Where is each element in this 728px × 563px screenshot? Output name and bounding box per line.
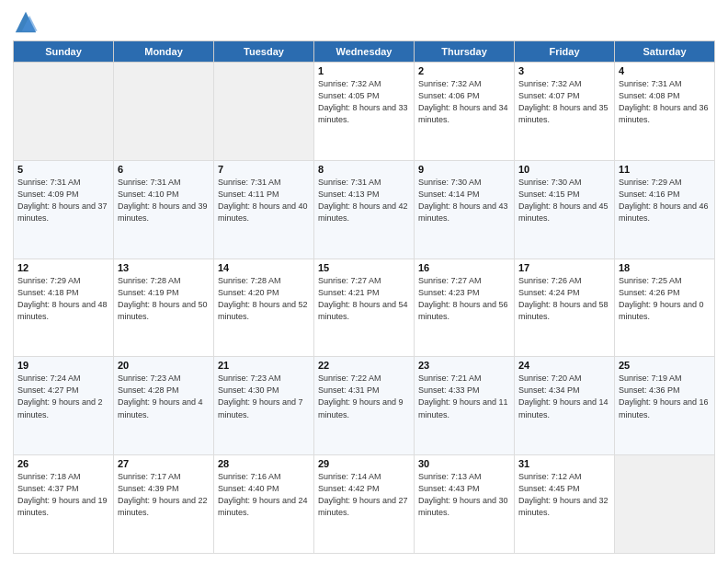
day-info: Sunrise: 7:30 AM Sunset: 4:14 PM Dayligh… [418, 177, 510, 224]
day-number: 24 [518, 360, 610, 371]
day-number: 19 [17, 360, 109, 371]
day-number: 8 [318, 164, 410, 175]
day-info: Sunrise: 7:21 AM Sunset: 4:33 PM Dayligh… [418, 373, 510, 420]
day-number: 28 [218, 458, 310, 469]
day-info: Sunrise: 7:32 AM Sunset: 4:05 PM Dayligh… [318, 78, 410, 126]
weekday-wednesday: Wednesday [314, 41, 415, 63]
day-cell: 25Sunrise: 7:19 AM Sunset: 4:36 PM Dayli… [615, 357, 715, 455]
day-number: 21 [218, 360, 310, 371]
day-number: 6 [118, 164, 210, 175]
day-number: 4 [619, 65, 711, 76]
day-cell: 20Sunrise: 7:23 AM Sunset: 4:28 PM Dayli… [114, 357, 214, 455]
day-cell: 22Sunrise: 7:22 AM Sunset: 4:31 PM Dayli… [314, 357, 415, 455]
day-number: 7 [218, 164, 310, 175]
day-info: Sunrise: 7:23 AM Sunset: 4:28 PM Dayligh… [118, 373, 210, 420]
day-cell: 21Sunrise: 7:23 AM Sunset: 4:30 PM Dayli… [214, 357, 314, 455]
day-info: Sunrise: 7:24 AM Sunset: 4:27 PM Dayligh… [17, 373, 109, 420]
week-row-5: 26Sunrise: 7:18 AM Sunset: 4:37 PM Dayli… [14, 455, 715, 554]
day-cell: 12Sunrise: 7:29 AM Sunset: 4:18 PM Dayli… [14, 259, 114, 357]
logo [13, 9, 42, 35]
day-info: Sunrise: 7:18 AM Sunset: 4:37 PM Dayligh… [17, 471, 109, 519]
day-number: 25 [619, 360, 711, 371]
day-number: 23 [418, 360, 510, 371]
day-number: 16 [418, 262, 510, 273]
day-cell: 11Sunrise: 7:29 AM Sunset: 4:16 PM Dayli… [615, 160, 715, 259]
day-info: Sunrise: 7:32 AM Sunset: 4:07 PM Dayligh… [518, 78, 610, 126]
day-info: Sunrise: 7:26 AM Sunset: 4:24 PM Dayligh… [518, 275, 610, 323]
day-number: 22 [318, 360, 410, 371]
week-row-1: 1Sunrise: 7:32 AM Sunset: 4:05 PM Daylig… [14, 63, 715, 161]
day-cell: 13Sunrise: 7:28 AM Sunset: 4:19 PM Dayli… [114, 259, 214, 357]
day-cell: 3Sunrise: 7:32 AM Sunset: 4:07 PM Daylig… [515, 63, 615, 161]
page: SundayMondayTuesdayWednesdayThursdayFrid… [0, 0, 728, 563]
day-number: 1 [318, 65, 410, 76]
header [13, 9, 715, 35]
day-cell: 26Sunrise: 7:18 AM Sunset: 4:37 PM Dayli… [14, 455, 114, 554]
day-number: 18 [619, 262, 711, 273]
day-number: 5 [17, 164, 109, 175]
day-number: 12 [17, 262, 109, 273]
day-cell: 31Sunrise: 7:12 AM Sunset: 4:45 PM Dayli… [515, 455, 615, 554]
day-info: Sunrise: 7:31 AM Sunset: 4:10 PM Dayligh… [118, 177, 210, 224]
weekday-tuesday: Tuesday [214, 41, 314, 63]
day-cell: 19Sunrise: 7:24 AM Sunset: 4:27 PM Dayli… [14, 357, 114, 455]
day-cell: 24Sunrise: 7:20 AM Sunset: 4:34 PM Dayli… [515, 357, 615, 455]
day-info: Sunrise: 7:20 AM Sunset: 4:34 PM Dayligh… [518, 373, 610, 420]
day-info: Sunrise: 7:27 AM Sunset: 4:23 PM Dayligh… [418, 275, 510, 323]
week-row-2: 5Sunrise: 7:31 AM Sunset: 4:09 PM Daylig… [14, 160, 715, 259]
day-info: Sunrise: 7:30 AM Sunset: 4:15 PM Dayligh… [518, 177, 610, 224]
day-number: 31 [518, 458, 610, 469]
day-number: 27 [118, 458, 210, 469]
weekday-friday: Friday [515, 41, 615, 63]
day-info: Sunrise: 7:28 AM Sunset: 4:20 PM Dayligh… [218, 275, 310, 323]
day-cell: 15Sunrise: 7:27 AM Sunset: 4:21 PM Dayli… [314, 259, 415, 357]
day-info: Sunrise: 7:16 AM Sunset: 4:40 PM Dayligh… [218, 471, 310, 519]
day-cell: 5Sunrise: 7:31 AM Sunset: 4:09 PM Daylig… [14, 160, 114, 259]
day-info: Sunrise: 7:31 AM Sunset: 4:09 PM Dayligh… [17, 177, 109, 224]
day-number: 17 [518, 262, 610, 273]
day-cell [14, 63, 114, 161]
day-number: 13 [118, 262, 210, 273]
day-cell: 23Sunrise: 7:21 AM Sunset: 4:33 PM Dayli… [415, 357, 515, 455]
day-info: Sunrise: 7:13 AM Sunset: 4:43 PM Dayligh… [418, 471, 510, 519]
day-info: Sunrise: 7:14 AM Sunset: 4:42 PM Dayligh… [318, 471, 410, 519]
day-info: Sunrise: 7:31 AM Sunset: 4:08 PM Dayligh… [619, 78, 711, 126]
day-number: 14 [218, 262, 310, 273]
day-number: 10 [518, 164, 610, 175]
day-info: Sunrise: 7:32 AM Sunset: 4:06 PM Dayligh… [418, 78, 510, 126]
day-number: 15 [318, 262, 410, 273]
day-cell: 4Sunrise: 7:31 AM Sunset: 4:08 PM Daylig… [615, 63, 715, 161]
day-cell: 29Sunrise: 7:14 AM Sunset: 4:42 PM Dayli… [314, 455, 415, 554]
day-cell: 2Sunrise: 7:32 AM Sunset: 4:06 PM Daylig… [415, 63, 515, 161]
day-info: Sunrise: 7:17 AM Sunset: 4:39 PM Dayligh… [118, 471, 210, 519]
day-cell [615, 455, 715, 554]
day-number: 29 [318, 458, 410, 469]
week-row-4: 19Sunrise: 7:24 AM Sunset: 4:27 PM Dayli… [14, 357, 715, 455]
day-info: Sunrise: 7:29 AM Sunset: 4:16 PM Dayligh… [619, 177, 711, 224]
weekday-sunday: Sunday [14, 41, 114, 63]
day-cell [114, 63, 214, 161]
day-info: Sunrise: 7:29 AM Sunset: 4:18 PM Dayligh… [17, 275, 109, 323]
day-info: Sunrise: 7:25 AM Sunset: 4:26 PM Dayligh… [619, 275, 711, 323]
day-cell: 18Sunrise: 7:25 AM Sunset: 4:26 PM Dayli… [615, 259, 715, 357]
day-number: 11 [619, 164, 711, 175]
weekday-thursday: Thursday [415, 41, 515, 63]
day-number: 26 [17, 458, 109, 469]
day-cell [214, 63, 314, 161]
day-cell: 1Sunrise: 7:32 AM Sunset: 4:05 PM Daylig… [314, 63, 415, 161]
calendar-table: SundayMondayTuesdayWednesdayThursdayFrid… [13, 40, 715, 554]
day-info: Sunrise: 7:27 AM Sunset: 4:21 PM Dayligh… [318, 275, 410, 323]
week-row-3: 12Sunrise: 7:29 AM Sunset: 4:18 PM Dayli… [14, 259, 715, 357]
day-info: Sunrise: 7:31 AM Sunset: 4:13 PM Dayligh… [318, 177, 410, 224]
day-cell: 8Sunrise: 7:31 AM Sunset: 4:13 PM Daylig… [314, 160, 415, 259]
day-number: 3 [518, 65, 610, 76]
day-number: 30 [418, 458, 510, 469]
day-cell: 10Sunrise: 7:30 AM Sunset: 4:15 PM Dayli… [515, 160, 615, 259]
day-number: 2 [418, 65, 510, 76]
weekday-saturday: Saturday [615, 41, 715, 63]
day-cell: 7Sunrise: 7:31 AM Sunset: 4:11 PM Daylig… [214, 160, 314, 259]
day-info: Sunrise: 7:28 AM Sunset: 4:19 PM Dayligh… [118, 275, 210, 323]
day-number: 9 [418, 164, 510, 175]
day-cell: 9Sunrise: 7:30 AM Sunset: 4:14 PM Daylig… [415, 160, 515, 259]
day-info: Sunrise: 7:22 AM Sunset: 4:31 PM Dayligh… [318, 373, 410, 420]
